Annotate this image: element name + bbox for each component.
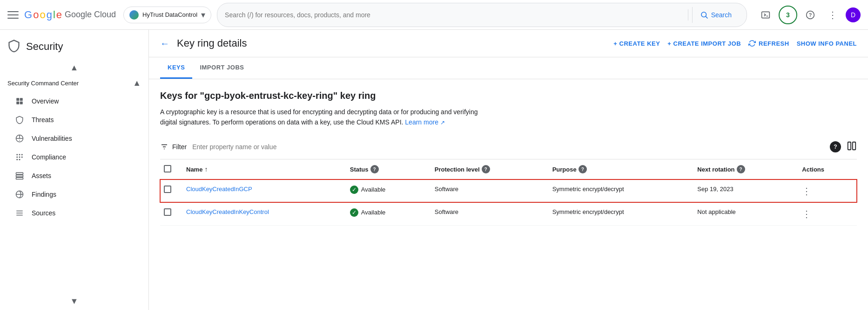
svg-rect-7: [20, 98, 23, 101]
project-icon: [129, 10, 139, 20]
learn-more-link[interactable]: Learn more ↗: [405, 118, 444, 126]
create-key-button[interactable]: + CREATE KEY: [613, 40, 660, 47]
svg-rect-9: [20, 102, 23, 104]
svg-point-14: [16, 157, 18, 158]
sidebar-section-header: Security Command Center ▲: [0, 75, 148, 92]
purpose-help-icon[interactable]: ?: [579, 165, 587, 173]
sidebar-nav: Overview Threats Vulnerabilities: [0, 92, 148, 222]
svg-point-17: [16, 159, 18, 160]
menu-button[interactable]: [7, 9, 19, 21]
sidebar-item-vulnerabilities[interactable]: Vulnerabilities: [0, 129, 145, 148]
compliance-label: Compliance: [32, 153, 66, 161]
purpose-column-header: Purpose ?: [545, 159, 690, 180]
row2-protection-cell: Software: [427, 202, 545, 225]
columns-toggle-button[interactable]: [847, 141, 857, 153]
shield-icon: [7, 39, 20, 54]
row2-key-link[interactable]: CloudKeyCreatedInKeyControl: [186, 208, 269, 215]
filter-icon: [160, 143, 168, 151]
table-row: CloudKeyCreatedInKeyControl ✓ Available …: [160, 202, 857, 225]
tab-import-jobs[interactable]: IMPORT JOBS: [192, 57, 251, 79]
row1-name-cell: CloudKeyCreatedInGCP: [179, 179, 343, 202]
row2-purpose-cell: Symmetric encrypt/decrypt: [545, 202, 690, 225]
keys-title: Keys for "gcp-byok-entrust-kc-key-ring" …: [160, 90, 857, 101]
sidebar-scroll-down[interactable]: ▼: [0, 293, 148, 310]
threats-icon: [15, 115, 24, 124]
findings-label: Findings: [32, 191, 56, 198]
row1-purpose-cell: Symmetric encrypt/decrypt: [545, 179, 690, 202]
user-avatar[interactable]: D: [846, 7, 861, 22]
row2-status-cell: ✓ Available: [343, 202, 427, 225]
search-button[interactable]: Search: [692, 7, 739, 23]
table-help-button[interactable]: ?: [830, 141, 841, 152]
tabs-bar: KEYS IMPORT JOBS: [149, 57, 868, 79]
main-layout: Security ▲ Security Command Center ▲ Ove…: [0, 30, 868, 310]
search-input[interactable]: [225, 11, 684, 19]
select-all-header[interactable]: [160, 159, 179, 180]
svg-point-11: [16, 154, 18, 155]
next-rotation-column-header: Next rotation ?: [690, 159, 794, 180]
help-icon: ?: [806, 10, 815, 20]
svg-point-15: [19, 157, 20, 158]
sidebar-item-sources[interactable]: Sources: [0, 204, 145, 222]
refresh-icon: [748, 40, 756, 47]
project-selector[interactable]: HyTrust DataControl ▾: [123, 7, 211, 23]
show-info-panel-button[interactable]: SHOW INFO PANEL: [797, 40, 857, 47]
sidebar-item-assets[interactable]: Assets: [0, 166, 145, 185]
filter-input[interactable]: [187, 143, 830, 151]
sidebar-item-findings[interactable]: Findings: [0, 185, 145, 204]
compliance-icon: [15, 152, 24, 162]
sidebar-header: Security: [0, 30, 148, 61]
create-import-job-button[interactable]: + CREATE IMPORT JOB: [667, 40, 741, 47]
protection-help-icon[interactable]: ?: [482, 165, 490, 173]
keys-table: Name ↑ Status ?: [160, 159, 857, 226]
svg-rect-21: [16, 178, 23, 179]
google-cloud-logo: Google Google Cloud: [24, 9, 116, 21]
back-button[interactable]: ←: [160, 38, 169, 49]
svg-point-12: [19, 154, 20, 155]
row1-checkbox[interactable]: [164, 186, 171, 193]
rotation-help-icon[interactable]: ?: [737, 165, 745, 173]
assets-label: Assets: [32, 172, 51, 179]
row1-status-cell: ✓ Available: [343, 179, 427, 202]
select-all-checkbox[interactable]: [164, 165, 171, 172]
sort-icon[interactable]: ↑: [204, 165, 208, 173]
svg-point-18: [19, 159, 20, 160]
row2-checkbox-cell[interactable]: [160, 202, 179, 225]
content-body: Keys for "gcp-byok-entrust-kc-key-ring" …: [149, 79, 868, 310]
sidebar-item-overview[interactable]: Overview: [0, 92, 145, 110]
chevron-down-icon: ▾: [201, 10, 205, 20]
row1-actions-cell: ⋮: [794, 179, 857, 202]
svg-point-13: [21, 154, 23, 155]
filter-button[interactable]: Filter: [160, 143, 187, 151]
row1-protection-cell: Software: [427, 179, 545, 202]
svg-rect-31: [853, 142, 855, 150]
svg-point-0: [701, 12, 707, 17]
notification-button[interactable]: 3: [779, 6, 797, 24]
row1-checkbox-cell[interactable]: [160, 179, 179, 202]
project-name: HyTrust DataControl: [142, 11, 197, 18]
header-actions: + CREATE KEY + CREATE IMPORT JOB: [613, 40, 741, 47]
content-area: ← Key ring details + CREATE KEY + CREATE…: [149, 30, 868, 310]
more-options-button[interactable]: ⋮: [823, 6, 842, 24]
row1-key-link[interactable]: CloudKeyCreatedInGCP: [186, 186, 252, 193]
row2-checkbox[interactable]: [164, 208, 171, 216]
content-header: ← Key ring details + CREATE KEY + CREATE…: [149, 30, 868, 57]
sidebar-item-compliance[interactable]: Compliance: [0, 148, 145, 166]
tab-keys[interactable]: KEYS: [160, 57, 192, 79]
help-button[interactable]: ?: [801, 6, 820, 24]
terminal-button[interactable]: [756, 6, 775, 24]
sidebar-scroll-up[interactable]: ▲: [0, 61, 148, 75]
refresh-button[interactable]: REFRESH: [748, 40, 789, 47]
svg-rect-6: [16, 98, 19, 101]
status-help-icon[interactable]: ?: [370, 165, 379, 173]
row1-actions-button[interactable]: ⋮: [802, 186, 811, 197]
threats-label: Threats: [32, 116, 54, 124]
row2-actions-cell: ⋮: [794, 202, 857, 225]
search-icon: [700, 11, 708, 19]
collapse-section-button[interactable]: ▲: [133, 78, 141, 88]
row2-name-cell: CloudKeyCreatedInKeyControl: [179, 202, 343, 225]
sidebar-item-threats[interactable]: Threats: [0, 110, 145, 129]
svg-rect-19: [16, 172, 23, 174]
row2-actions-button[interactable]: ⋮: [802, 208, 811, 220]
row1-rotation-cell: Sep 19, 2023: [690, 179, 794, 202]
